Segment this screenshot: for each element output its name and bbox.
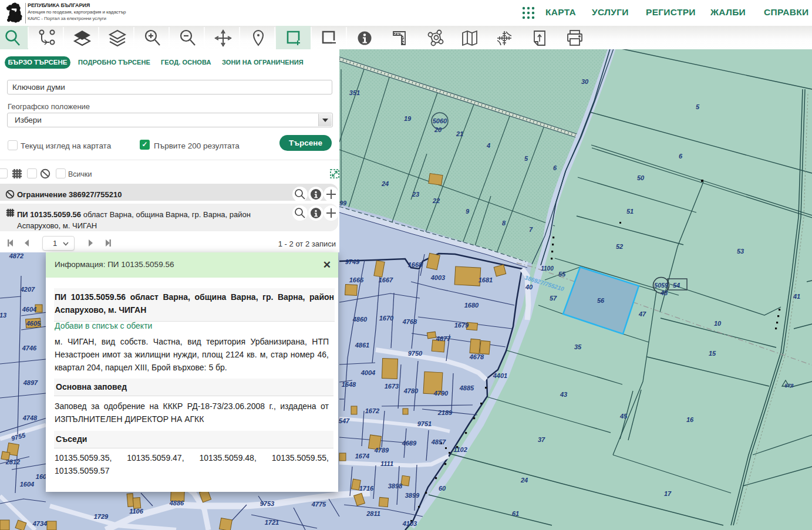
svg-text:1667: 1667: [379, 276, 393, 283]
svg-text:4780: 4780: [403, 387, 419, 394]
svg-text:4897: 4897: [23, 379, 38, 386]
svg-text:4789: 4789: [374, 447, 389, 454]
svg-text:1111: 1111: [380, 460, 393, 467]
svg-text:4775: 4775: [311, 501, 326, 508]
svg-text:4746: 4746: [22, 345, 37, 352]
svg-text:1106: 1106: [129, 508, 144, 515]
svg-text:4103: 4103: [402, 520, 417, 527]
svg-text:1716: 1716: [359, 485, 374, 492]
svg-text:9: 9: [466, 208, 470, 215]
svg-text:57: 57: [550, 295, 557, 302]
svg-text:60: 60: [439, 485, 446, 492]
svg-text:16: 16: [686, 416, 694, 423]
svg-text:51: 51: [626, 208, 634, 215]
svg-text:9750: 9750: [408, 350, 423, 357]
svg-text:1681: 1681: [479, 276, 493, 283]
svg-text:20: 20: [434, 126, 442, 133]
svg-text:48: 48: [660, 289, 668, 296]
svg-text:5060: 5060: [433, 117, 447, 124]
svg-text:2812: 2812: [5, 458, 20, 465]
svg-text:1721: 1721: [265, 519, 279, 526]
svg-text:1680: 1680: [464, 302, 479, 309]
svg-text:578: 578: [784, 383, 793, 389]
svg-text:1679: 1679: [454, 322, 469, 329]
svg-text:4886: 4886: [169, 499, 184, 507]
svg-text:4734: 4734: [32, 520, 47, 527]
svg-text:56: 56: [597, 297, 605, 304]
svg-text:4790: 4790: [433, 390, 449, 397]
svg-text:6: 6: [679, 153, 683, 160]
svg-text:4401: 4401: [493, 372, 507, 379]
svg-text:3898: 3898: [388, 482, 403, 490]
svg-text:4207: 4207: [20, 286, 35, 293]
svg-text:50: 50: [637, 174, 645, 181]
svg-text:1666: 1666: [349, 276, 364, 283]
svg-text:1670: 1670: [379, 315, 394, 322]
svg-text:9751: 9751: [417, 420, 432, 427]
svg-text:1102: 1102: [453, 446, 467, 453]
svg-text:8: 8: [502, 220, 506, 227]
svg-text:1604: 1604: [20, 481, 34, 488]
svg-text:47: 47: [638, 310, 646, 318]
svg-text:5: 5: [696, 103, 700, 110]
svg-text:547: 547: [339, 417, 350, 424]
svg-text:45: 45: [619, 413, 628, 420]
svg-text:5: 5: [524, 155, 528, 162]
svg-text:4604: 4604: [22, 306, 36, 313]
svg-text:24: 24: [381, 180, 389, 187]
svg-text:55: 55: [558, 271, 566, 278]
svg-text:30: 30: [581, 78, 589, 85]
svg-text:4003: 4003: [430, 274, 445, 281]
svg-text:4748: 4748: [22, 414, 38, 421]
svg-text:4885: 4885: [459, 384, 474, 391]
svg-text:4678: 4678: [469, 353, 484, 360]
svg-text:5059: 5059: [654, 282, 668, 289]
svg-text:4857: 4857: [431, 438, 446, 445]
svg-text:4768: 4768: [402, 318, 417, 325]
svg-text:351: 351: [349, 89, 360, 96]
svg-text:23: 23: [412, 191, 419, 198]
svg-text:17: 17: [664, 490, 672, 497]
svg-text:22: 22: [432, 197, 440, 204]
svg-text:3899: 3899: [405, 492, 420, 499]
svg-text:24: 24: [520, 477, 528, 484]
svg-text:53: 53: [737, 248, 744, 255]
svg-text:4605: 4605: [26, 320, 41, 327]
svg-text:1672: 1672: [365, 407, 379, 414]
svg-text:4861: 4861: [355, 342, 369, 349]
svg-text:7: 7: [529, 226, 533, 233]
svg-text:21: 21: [456, 130, 463, 137]
svg-text:13: 13: [0, 312, 6, 319]
svg-text:1648: 1648: [342, 381, 356, 388]
svg-text:1673: 1673: [385, 383, 399, 390]
svg-text:61: 61: [512, 510, 519, 517]
svg-text:41: 41: [793, 293, 800, 300]
svg-text:2811: 2811: [366, 510, 380, 517]
svg-text:1668: 1668: [408, 261, 423, 268]
svg-text:1674: 1674: [355, 453, 369, 460]
svg-text:4677: 4677: [436, 335, 451, 342]
svg-text:4004: 4004: [360, 369, 375, 376]
svg-text:6: 6: [553, 164, 557, 171]
svg-text:15: 15: [709, 350, 716, 357]
svg-text:1729: 1729: [94, 513, 109, 520]
svg-text:19: 19: [404, 115, 412, 122]
svg-text:2189: 2189: [437, 409, 453, 416]
svg-text:4689: 4689: [402, 440, 417, 447]
svg-text:4860: 4860: [352, 316, 368, 323]
svg-text:52: 52: [616, 243, 623, 250]
svg-text:43: 43: [560, 391, 567, 398]
svg-text:4872: 4872: [9, 252, 23, 259]
svg-text:10: 10: [714, 320, 722, 327]
svg-text:54: 54: [673, 282, 680, 289]
svg-text:37: 37: [538, 436, 545, 443]
svg-text:1100: 1100: [541, 265, 554, 272]
svg-text:9753: 9753: [260, 500, 274, 507]
svg-text:4: 4: [486, 142, 490, 149]
svg-text:35: 35: [574, 343, 582, 350]
svg-text:9749: 9749: [345, 258, 360, 265]
svg-text:40: 40: [525, 283, 533, 291]
